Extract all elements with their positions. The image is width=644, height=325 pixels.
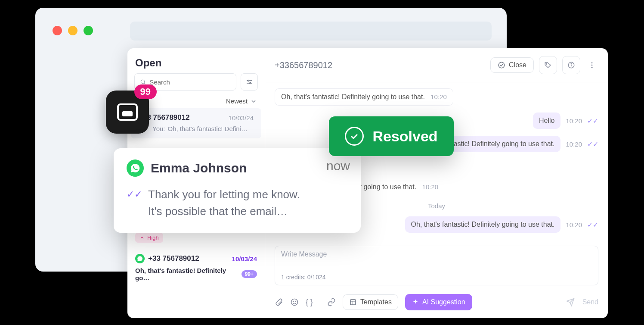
day-separator: Today [428,202,445,209]
chevrons-up-icon [139,235,145,241]
conversation-phone: +33 756789012 [148,254,199,263]
conversation-preview: Oh, that's fantastic! Defini… [167,125,247,132]
kebab-menu[interactable] [585,61,598,69]
send-button[interactable]: Send [582,298,598,306]
message-incoming: Oh, that's fantastic! Definitely going t… [275,88,598,106]
message-time: 10:20 [566,141,582,148]
chevron-down-icon [250,98,257,105]
message-time: 10:20 [566,117,582,125]
message-bubble: y going to use that. 10:20 [352,179,444,195]
contact-name: Emma Johnson [151,161,247,175]
svg-point-5 [250,83,251,84]
svg-point-13 [591,67,593,68]
conversation-item[interactable]: +33 756789012 10/03/24 ✓✓ You: Oh, that'… [131,108,261,138]
variables-icon[interactable]: { } [306,298,313,307]
emoji-icon[interactable] [290,298,299,306]
conversation-title: +33656789012 [275,60,332,70]
svg-line-1 [144,83,146,84]
contact-preview: Thank you for letting me know. It's poss… [148,186,300,220]
templates-button[interactable]: Templates [343,294,398,310]
svg-rect-17 [350,300,356,305]
message-bubble: Oh, that's fantastic! Definitely going t… [405,216,561,233]
composer-toolbar: { } Templates AI Suggestion Send [265,290,608,318]
svg-point-14 [291,299,298,306]
whatsapp-icon [135,254,145,263]
whatsapp-icon [127,159,144,177]
conversation-header: +33656789012 Close [265,48,608,82]
close-button[interactable]: Close [490,57,534,73]
search-input[interactable] [149,78,231,86]
svg-point-12 [591,65,593,66]
conversation-preview: Oh, that's fantastic! Definitely go… [135,267,242,281]
conversation-date: 10/03/24 [229,114,254,122]
traffic-maximize-icon[interactable] [84,26,93,35]
ai-suggestion-button[interactable]: AI Suggestion [405,294,472,310]
filter-button[interactable] [241,73,258,91]
url-bar[interactable] [130,22,492,41]
svg-point-15 [293,301,294,302]
message-bubble: Hello [533,112,560,129]
svg-point-0 [141,80,144,83]
check-circle-icon [345,127,364,146]
read-checks-icon: ✓✓ [587,140,598,148]
svg-point-16 [295,301,296,302]
attachment-icon[interactable] [275,298,283,306]
sparkle-icon [412,299,419,306]
svg-point-11 [591,62,593,63]
now-label: now [326,159,350,173]
sidebar-title: Open [127,57,265,73]
read-checks-icon: ✓✓ [127,189,142,220]
sliders-icon [245,78,253,86]
priority-high-tag: High [135,233,163,243]
traffic-minimize-icon[interactable] [68,26,77,35]
message-time: 10:20 [430,93,447,100]
svg-point-10 [571,63,572,64]
check-circle-icon [498,61,505,69]
credits-label: 1 credits: 0/1024 [281,274,592,281]
composer-placeholder[interactable]: Write Message [281,250,592,258]
inbox-icon [117,103,138,121]
resolved-banner: Resolved [329,116,454,156]
tag-icon [544,61,552,69]
sort-label: Newest [226,97,248,105]
message-time: 10:20 [422,183,439,191]
svg-point-4 [248,80,249,81]
traffic-close-icon[interactable] [53,26,62,35]
tag-button[interactable] [539,56,557,74]
unread-badge: 99+ [242,270,257,278]
you-label: You: [152,125,165,132]
conversation-date: 10/03/24 [232,255,257,262]
info-icon [567,61,575,69]
link-icon[interactable] [327,298,336,306]
divider [320,297,320,307]
templates-icon [349,298,357,306]
message-bubble: Oh, that's fantastic! Definitely going t… [275,88,453,106]
message-time: 10:20 [566,221,582,228]
svg-point-6 [498,62,505,68]
message-composer[interactable]: Write Message 1 credits: 0/1024 [275,246,598,285]
contact-card[interactable]: Emma Johnson ✓✓ Thank you for letting me… [114,148,361,233]
send-later-icon[interactable] [566,298,575,306]
read-checks-icon: ✓✓ [587,221,598,229]
conversation-item[interactable]: +33 756789012 10/03/24 Oh, that's fantas… [127,249,265,288]
inbox-badge: 99 [134,84,157,99]
info-button[interactable] [562,56,580,74]
inbox-chip[interactable]: 99 [106,91,149,134]
more-vertical-icon [588,61,596,69]
resolved-label: Resolved [372,128,437,145]
traffic-lights [53,26,93,35]
svg-point-7 [546,63,547,64]
read-checks-icon: ✓✓ [587,117,598,125]
